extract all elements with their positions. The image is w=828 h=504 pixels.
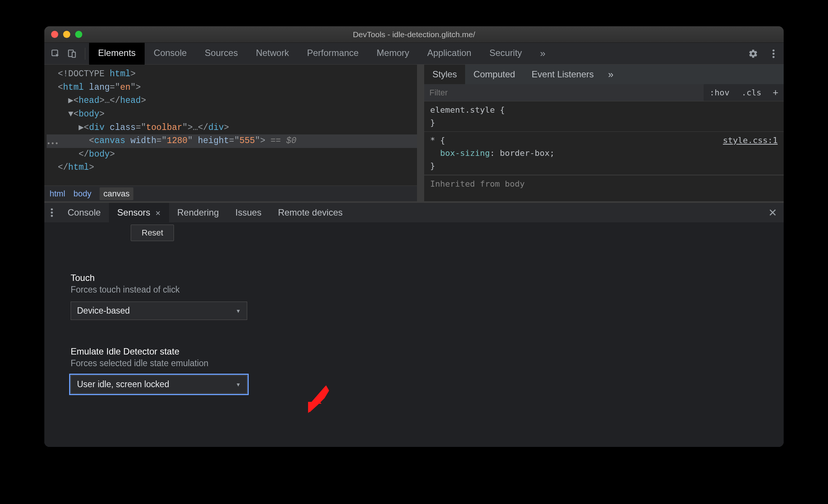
toolbar-right (747, 49, 780, 59)
svg-rect-2 (72, 52, 76, 57)
panel-tabs: Elements Console Sources Network Perform… (89, 42, 553, 65)
css-prop[interactable]: box-sizing (440, 148, 490, 158)
window-title: DevTools - idle-detection.glitch.me/ (44, 30, 784, 39)
idle-section: Emulate Idle Detector state Forces selec… (71, 346, 757, 394)
idle-select-value: User idle, screen locked (77, 379, 169, 389)
svg-point-3 (772, 49, 774, 51)
style-rule[interactable]: style.css:1 * { box-sizing: border-box;} (424, 132, 784, 175)
toolbar-separator (85, 48, 85, 60)
breadcrumb-item-active[interactable]: canvas (100, 187, 133, 200)
styles-tab-styles[interactable]: Styles (424, 65, 465, 84)
dom-tree[interactable]: ••• <!DOCTYPE html> <html lang="en"> ▶<h… (44, 65, 417, 186)
touch-title: Touch (71, 273, 757, 283)
selector: * (430, 136, 435, 145)
kebab-menu-icon[interactable] (767, 49, 780, 59)
svg-marker-10 (308, 402, 319, 413)
idle-select[interactable]: User idle, screen locked ▼ (71, 375, 247, 394)
rule-source-link[interactable]: style.css:1 (723, 134, 778, 147)
dom-line-selected[interactable]: <canvas width="1280" height="555"> == $0 (47, 134, 417, 148)
dom-line[interactable]: ▶<head>…</head> (47, 94, 417, 108)
new-style-rule-icon[interactable]: + (768, 87, 784, 98)
styles-filter-bar: :hov .cls + (424, 84, 784, 101)
styles-body[interactable]: element.style {} style.css:1 * { box-siz… (424, 101, 784, 201)
dom-line[interactable]: </body> (47, 148, 417, 161)
elements-panel: ••• <!DOCTYPE html> <html lang="en"> ▶<h… (44, 65, 417, 201)
dom-line[interactable]: ▼<body> (47, 108, 417, 121)
drawer-close-icon[interactable]: ✕ (762, 207, 784, 219)
styles-tabs: Styles Computed Event Listeners » (424, 65, 784, 84)
tab-memory[interactable]: Memory (368, 42, 419, 65)
annotation-arrow-icon (303, 383, 333, 419)
drawer-tab-console[interactable]: Console (59, 203, 109, 222)
dom-line[interactable]: <!DOCTYPE html> (47, 68, 417, 81)
styles-tab-event-listeners[interactable]: Event Listeners (523, 65, 602, 84)
tab-network[interactable]: Network (247, 42, 298, 65)
tab-performance[interactable]: Performance (298, 42, 367, 65)
tab-application[interactable]: Application (418, 42, 480, 65)
styles-panel: Styles Computed Event Listeners » :hov .… (424, 65, 784, 201)
dom-line[interactable]: <html lang="en"> (47, 81, 417, 95)
device-toolbar-icon[interactable] (65, 46, 80, 61)
sensors-panel: Reset Touch Forces touch instead of clic… (44, 222, 784, 447)
styles-tabs-overflow-icon[interactable]: » (602, 69, 618, 80)
main-toolbar: Elements Console Sources Network Perform… (44, 43, 784, 65)
idle-desc: Forces selected idle state emulation (71, 358, 757, 368)
cls-toggle[interactable]: .cls (736, 88, 768, 97)
inspect-element-icon[interactable] (48, 46, 63, 61)
tabs-overflow-icon[interactable]: » (531, 42, 553, 65)
drawer-tab-sensors[interactable]: Sensors ✕ (109, 203, 169, 222)
tab-security[interactable]: Security (480, 42, 531, 65)
styles-filter-input[interactable] (424, 84, 704, 101)
styles-tab-computed[interactable]: Computed (465, 65, 523, 84)
svg-point-6 (51, 208, 53, 210)
dom-line[interactable]: ▶<div class="toolbar">…</div> (47, 121, 417, 135)
touch-select-value: Device-based (77, 306, 130, 316)
svg-point-4 (772, 53, 774, 54)
selector: element.style (430, 105, 495, 115)
svg-point-5 (772, 56, 774, 57)
drawer-tab-remote-devices[interactable]: Remote devices (270, 203, 351, 222)
touch-select[interactable]: Device-based ▼ (71, 302, 247, 320)
dom-line[interactable]: </html> (47, 161, 417, 175)
touch-desc: Forces touch instead of click (71, 285, 757, 295)
svg-point-7 (51, 211, 53, 213)
chevron-down-icon: ▼ (236, 382, 241, 388)
css-val[interactable]: border-box (500, 148, 549, 158)
breadcrumb-item[interactable]: body (74, 189, 92, 199)
traffic-lights (51, 31, 82, 38)
tab-sources[interactable]: Sources (196, 42, 247, 65)
style-rule[interactable]: element.style {} (424, 101, 784, 132)
touch-section: Touch Forces touch instead of click Devi… (71, 273, 757, 320)
gutter-ellipsis-icon[interactable]: ••• (47, 139, 59, 149)
split-scrollbar[interactable] (417, 65, 424, 201)
inherited-separator: Inherited from body (424, 175, 784, 193)
devtools-window: DevTools - idle-detection.glitch.me/ Ele… (44, 26, 784, 447)
svg-point-8 (51, 215, 53, 217)
close-window-button[interactable] (51, 31, 58, 38)
drawer-tab-issues[interactable]: Issues (227, 203, 270, 222)
drawer: Console Sensors ✕ Rendering Issues Remot… (44, 201, 784, 447)
drawer-menu-icon[interactable] (44, 208, 59, 217)
hov-toggle[interactable]: :hov (704, 88, 736, 97)
close-tab-icon[interactable]: ✕ (155, 210, 161, 217)
minimize-window-button[interactable] (63, 31, 70, 38)
chevron-down-icon: ▼ (236, 308, 241, 314)
tab-console[interactable]: Console (145, 42, 196, 65)
drawer-tab-rendering[interactable]: Rendering (169, 203, 227, 222)
drawer-tabs: Console Sensors ✕ Rendering Issues Remot… (44, 203, 784, 222)
idle-title: Emulate Idle Detector state (71, 346, 757, 357)
breadcrumb-item[interactable]: html (50, 189, 65, 199)
settings-icon[interactable] (747, 49, 760, 59)
breadcrumb: html body canvas (44, 186, 417, 201)
titlebar: DevTools - idle-detection.glitch.me/ (44, 26, 784, 43)
reset-button[interactable]: Reset (131, 225, 174, 241)
main-row: ••• <!DOCTYPE html> <html lang="en"> ▶<h… (44, 65, 784, 201)
tab-elements[interactable]: Elements (89, 42, 145, 65)
drawer-tab-label: Sensors (117, 207, 150, 217)
zoom-window-button[interactable] (75, 31, 82, 38)
